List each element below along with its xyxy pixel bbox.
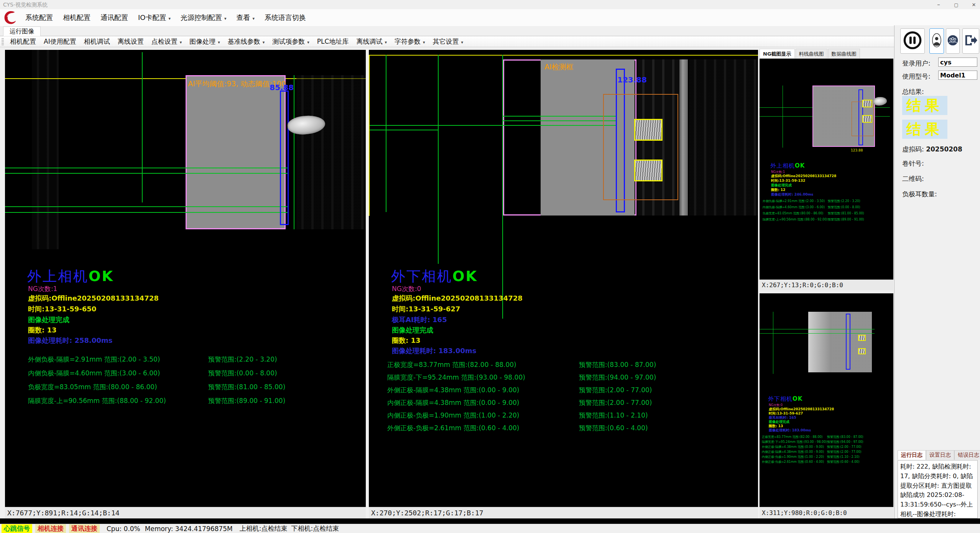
camera-title: 外上相机OK [27, 267, 114, 286]
mini-warning-text: 预警范围:(2.00 - 77.00) [827, 450, 862, 454]
tab-run-log[interactable]: 运行日志 [898, 450, 926, 460]
result-ok: OK [89, 268, 114, 285]
measurement-row: 外侧负极-隔膜=2.91mm 范围:(2.00 - 3.50)预警范围:(2.2… [28, 355, 358, 364]
pause-button[interactable] [900, 28, 925, 54]
measure-line [370, 130, 438, 130]
tb-image-processing[interactable]: 图像处理 [186, 36, 224, 47]
mini-warning-text: 预警范围:(2.00 - 77.00) [827, 445, 862, 449]
menu-item-light-control-config[interactable]: 光源控制配置 [177, 12, 230, 24]
upper-camera-status: 上相机:点检结束 [240, 524, 288, 533]
warning-range-text: 预警范围:(83.00 - 87.00) [579, 360, 656, 369]
tb-other-settings[interactable]: 其它设置 [429, 36, 467, 47]
tab-settings-log[interactable]: 设置日志 [926, 450, 954, 460]
tab-error-log[interactable]: 错误日志 [954, 450, 980, 460]
machine-background [296, 75, 366, 229]
close-icon[interactable] [970, 1, 978, 8]
capture-time: 时间:13-31-59-650 [28, 304, 96, 314]
upper-camera-viewport[interactable]: AI平均阈值:93, 动态阈值:100 85.88 外上相机OK NG次数:1 … [5, 50, 366, 507]
mini-warning-text: 预警范围:(81.00 - 85.00) [828, 211, 864, 216]
mini-measurement-row: 内侧负极-隔膜=4.60mm 范围:(3.00 - 6.00)预警范围:(0.0… [763, 205, 860, 209]
status-bar: 心跳信号 相机连接 通讯连接 Cpu: 0.0% Memory: 3424.41… [0, 524, 980, 533]
measurement-text: 负极宽度=83.05mm 范围:(80.00 - 86.00) [28, 383, 208, 392]
lower-camera-coords: X:270;Y:2502;R:17;G:17;B:17 [369, 507, 758, 518]
lower-camera-status: 下相机:点检结束 [291, 524, 339, 533]
mini-process-time: 图像处理耗时: 183.00ms [769, 428, 811, 433]
mini-tab-found-box [858, 348, 866, 354]
tb-camera-debug[interactable]: 相机调试 [80, 36, 114, 47]
login-user-field[interactable] [938, 58, 977, 67]
mini-measurement-text: 内侧正极-隔膜=4.38mm 范围:(0.00 - 9.00) [762, 450, 827, 454]
window-title: CYS-视觉检测系统 [3, 2, 48, 8]
exit-button[interactable] [962, 28, 979, 54]
users-button[interactable] [946, 28, 960, 54]
mini-measurement-row: 内侧正极-隔膜=4.38mm 范围:(0.00 - 9.00)预警范围:(2.0… [762, 450, 862, 454]
menu-item-view[interactable]: 查看 [233, 12, 259, 24]
mini-result-ok: OK [795, 162, 805, 169]
virtual-code: 虚拟码:Offline20250208133134728 [28, 294, 159, 303]
mini-specimen-image [808, 312, 872, 372]
measurement-row: 外侧正极-负极=2.61mm 范围:(0.60 - 4.00)预警范围:(0.6… [387, 424, 744, 433]
mini-measurement-text: 内侧负极-隔膜=4.60mm 范围:(3.00 - 6.00) [763, 205, 828, 209]
mini-camera-name: 外上相机 [770, 162, 795, 169]
menu-item-language-switch[interactable]: 系统语言切换 [261, 12, 310, 24]
menu-items: 系统配置 相机配置 通讯配置 IO卡配置 光源控制配置 查看 系统语言切换 [21, 9, 310, 26]
menu-item-io-card-config[interactable]: IO卡配置 [134, 12, 174, 24]
tb-camera-config[interactable]: 相机配置 [6, 36, 40, 47]
measurement-row: 隔膜宽度-上=90.56mm 范围:(88.00 - 92.00)预警范围:(8… [28, 396, 358, 405]
toolbar: 相机配置 AI使用配置 相机调试 离线设置 点检设置 图像处理 基准线参数 测试… [0, 36, 894, 47]
tab-found-box [634, 160, 663, 181]
app-logo-icon [3, 10, 17, 25]
ng-count: NG次数:1 [28, 285, 57, 293]
tab-material-curve[interactable]: 料线曲线图 [796, 49, 827, 58]
measure-line [760, 329, 875, 329]
mini-measurement-row: 外侧正极-负极=2.61mm 范围:(0.60 - 4.00)预警范围:(0.6… [762, 460, 860, 464]
measurement-row: 外侧正极-隔膜=4.38mm 范围:(0.00 - 9.00)预警范围:(2.0… [387, 386, 744, 395]
mini-result-ok: OK [793, 395, 802, 402]
measure-line [5, 212, 289, 213]
mini-measure-label: 123.88 [851, 148, 863, 152]
menu-item-camera-config[interactable]: 相机配置 [59, 12, 94, 24]
ng-snapshot-top[interactable]: 123.88 外上相机OK NG次数:1 虚拟码:Offline20250208… [760, 59, 893, 280]
baseline-yellow-vertical [369, 55, 370, 216]
upper-camera-coords: X:7677;Y:891;R:14;G:14;B:14 [5, 507, 366, 518]
tab-data-curve[interactable]: 数据曲线图 [828, 49, 860, 58]
virtual-code-value: 20250208 [926, 145, 962, 153]
lower-camera-viewport[interactable]: AI检测框 123.88 外下相机OK NG次数:0 虚拟码:Offline20… [369, 50, 758, 507]
mini-specimen-image [812, 86, 875, 147]
tb-ai-use-config[interactable]: AI使用配置 [40, 36, 80, 47]
run-log-content[interactable]: 耗时: 222, 缺陷检测耗时: 17, 缺陷分类耗时: 0, 缺陷提取分区耗时… [898, 460, 978, 518]
model-field[interactable] [938, 71, 977, 80]
mini-measurement-text: 隔膜宽度-下=95.24mm 范围:(93.00 - 98.00) [762, 440, 827, 444]
tb-spot-check-settings[interactable]: 点检设置 [148, 36, 186, 47]
tab-run-image[interactable]: 运行图像 [3, 26, 41, 36]
mini-measurement-text: 正极宽度=83.77mm 范围:(82.00 - 88.00) [762, 435, 827, 439]
tb-char-params[interactable]: 字符参数 [391, 36, 429, 47]
user-button[interactable] [929, 28, 944, 54]
tb-plc-address-lib[interactable]: PLC地址库 [313, 36, 353, 47]
tab-ng-snapshot[interactable]: NG截图显示 [760, 49, 795, 58]
mini-bright-region [808, 312, 831, 372]
menu-item-comm-config[interactable]: 通讯配置 [97, 12, 132, 24]
mini-warning-text: 预警范围:(94.00 - 97.00) [827, 440, 863, 444]
bottom-divider [0, 518, 980, 524]
window-controls [935, 0, 978, 9]
tb-test-item-params[interactable]: 测试项参数 [268, 36, 313, 47]
mini-measurement-row: 隔膜宽度-下=95.24mm 范围:(93.00 - 98.00)预警范围:(9… [762, 440, 863, 444]
menu-item-system-config[interactable]: 系统配置 [21, 12, 57, 24]
mini-process-time: 图像处理耗时: 246.00ms [771, 192, 813, 197]
loop-count: 圈数: 13 [28, 326, 57, 335]
minimize-icon[interactable] [935, 1, 942, 8]
warning-range-text: 预警范围:(89.00 - 91.00) [208, 396, 285, 405]
maximize-icon[interactable] [952, 1, 960, 8]
warning-range-text: 预警范围:(0.00 - 8.00) [208, 369, 277, 378]
measurement-row: 正极宽度=83.77mm 范围:(82.00 - 88.00)预警范围:(83.… [387, 360, 744, 369]
tb-offline-debug[interactable]: 离线调试 [352, 36, 391, 47]
mini-measurement-text: 内侧正极-负极=1.90mm 范围:(1.00 - 2.20) [762, 455, 827, 459]
tb-offline-settings[interactable]: 离线设置 [114, 36, 148, 47]
mini-measurement-text: 负极宽度=83.05mm 范围:(80.00 - 86.00) [763, 211, 828, 216]
ng-top-coords: X:267;Y:13;R:0;G:0;B:0 [760, 280, 893, 290]
measure-line [5, 168, 289, 168]
result-badge-lower: 结果 [902, 120, 947, 139]
tb-baseline-params[interactable]: 基准线参数 [224, 36, 269, 47]
ng-snapshot-bottom[interactable]: 外下相机OK NG次数:0 虚拟码:Offline202502081331347… [760, 293, 893, 507]
